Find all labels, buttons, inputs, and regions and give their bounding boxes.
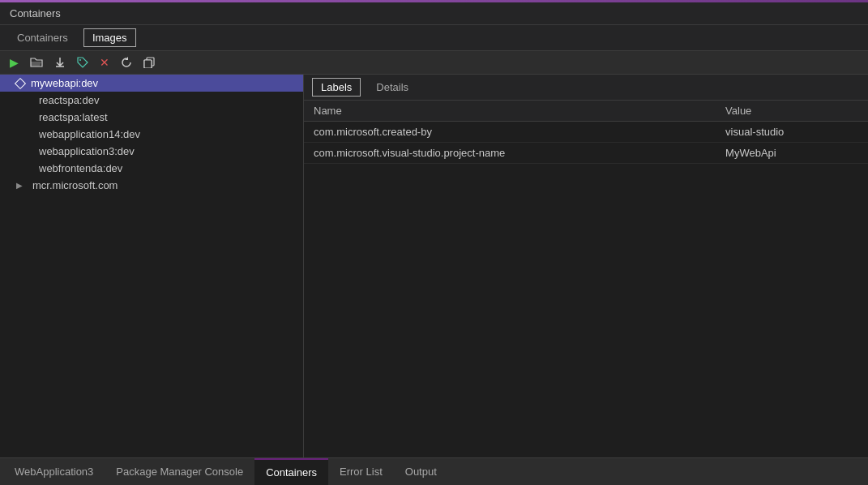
tree-item-label: mywebapi:dev	[31, 77, 98, 89]
open-folder-button[interactable]	[27, 55, 46, 70]
tree-item-mywebapi-dev[interactable]: mywebapi:dev	[0, 75, 303, 92]
bottom-tab-webapplication3[interactable]: WebApplication3	[3, 458, 105, 485]
toolbar: ▶ ✕	[0, 51, 868, 75]
col-value: Value	[716, 101, 868, 122]
panel-title-text: Containers	[10, 7, 61, 19]
tree-item-reactspa-latest[interactable]: reactspa:latest	[0, 109, 303, 126]
tree-item-mcr-microsoft-com[interactable]: ▶ mcr.microsoft.com	[0, 177, 303, 194]
table-cell-value: visual-studio	[716, 122, 868, 143]
tree-item-reactspa-dev[interactable]: reactspa:dev	[0, 92, 303, 109]
tree-item-webapplication3-dev[interactable]: webapplication3:dev	[0, 143, 303, 160]
tree-item-label: webapplication14:dev	[39, 128, 140, 140]
bottom-tab-containers[interactable]: Containers	[254, 458, 328, 485]
table-row[interactable]: com.microsoft.visual-studio.project-name…	[304, 143, 868, 164]
copy-button[interactable]	[140, 55, 158, 70]
right-tab-row: Labels Details	[304, 75, 868, 101]
table-cell-value: MyWebApi	[716, 143, 868, 164]
right-panel: Labels Details Name Value com.microsoft.…	[304, 75, 868, 457]
col-name: Name	[304, 101, 716, 122]
main-content: Containers Containers Images ▶ ✕	[0, 2, 868, 485]
tree-item-label: webapplication3:dev	[39, 145, 135, 157]
table-row[interactable]: com.microsoft.created-byvisual-studio	[304, 122, 868, 143]
tree-item-label: reactspa:latest	[39, 111, 108, 123]
tree-item-webapplication14-dev[interactable]: webapplication14:dev	[0, 126, 303, 143]
tree-item-label: reactspa:dev	[39, 94, 99, 106]
table-cell-name: com.microsoft.visual-studio.project-name	[304, 143, 716, 164]
diamond-icon	[15, 77, 26, 88]
bottom-tab-package-manager-console[interactable]: Package Manager Console	[105, 458, 254, 485]
svg-point-0	[79, 59, 81, 61]
bottom-tab-error-list[interactable]: Error List	[328, 458, 394, 485]
table-cell-name: com.microsoft.created-by	[304, 122, 716, 143]
body-area: mywebapi:dev reactspa:dev reactspa:lates…	[0, 75, 868, 457]
tab-details[interactable]: Details	[367, 78, 417, 97]
tab-images[interactable]: Images	[83, 28, 136, 47]
labels-table: Name Value com.microsoft.created-byvisua…	[304, 101, 868, 164]
bottom-tab-output[interactable]: Output	[394, 458, 448, 485]
expand-icon[interactable]: ▶	[16, 181, 29, 190]
left-panel: mywebapi:dev reactspa:dev reactspa:lates…	[0, 75, 304, 457]
refresh-button[interactable]	[118, 55, 135, 70]
run-button[interactable]: ▶	[6, 54, 22, 71]
panel-title: Containers	[0, 2, 868, 25]
tree-item-webfrontenda-dev[interactable]: webfrontenda:dev	[0, 160, 303, 177]
delete-button[interactable]: ✕	[96, 54, 113, 71]
top-tab-row: Containers Images	[0, 25, 868, 51]
tag-button[interactable]	[74, 55, 92, 70]
tree-item-label: mcr.microsoft.com	[32, 179, 118, 191]
table-container: Name Value com.microsoft.created-byvisua…	[304, 101, 868, 457]
bottom-tabbar: WebApplication3 Package Manager Console …	[0, 457, 868, 485]
pull-button[interactable]	[51, 55, 69, 70]
tree-item-label: webfrontenda:dev	[39, 162, 122, 174]
svg-rect-3	[144, 60, 152, 68]
tab-containers[interactable]: Containers	[8, 28, 77, 47]
tab-labels[interactable]: Labels	[312, 78, 361, 97]
